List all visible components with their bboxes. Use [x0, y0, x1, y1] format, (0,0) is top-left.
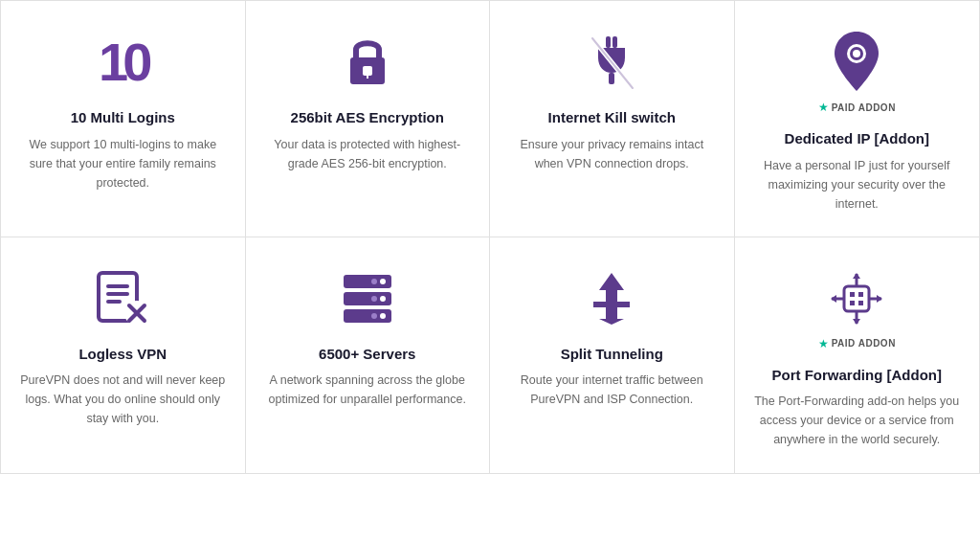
svg-rect-14 — [106, 300, 122, 304]
svg-rect-2 — [367, 74, 368, 79]
card-title-logless: Logless VPN — [78, 345, 167, 364]
svg-point-24 — [371, 279, 377, 284]
card-desc-servers: A network spanning across the globe opti… — [265, 371, 471, 409]
card-desc-logless: PureVPN does not and will never keep log… — [20, 371, 226, 428]
svg-point-21 — [380, 279, 386, 284]
svg-point-22 — [380, 296, 386, 302]
svg-rect-12 — [106, 284, 129, 288]
svg-rect-28 — [844, 286, 869, 311]
card-title-killswitch: Internet Kill switch — [548, 108, 676, 127]
card-desc-multi-logins: We support 10 multi-logins to make sure … — [20, 135, 226, 192]
svg-marker-36 — [877, 295, 882, 303]
svg-point-23 — [380, 313, 386, 319]
features-grid: 10 10 Multi Logins We support 10 multi-l… — [0, 0, 980, 474]
card-servers: 6500+ Servers A network spanning across … — [246, 237, 491, 474]
card-split-tunneling: Split Tunneling Route your internet traf… — [490, 237, 735, 474]
svg-rect-30 — [858, 292, 863, 297]
card-title-multi-logins: 10 Multi Logins — [71, 108, 175, 127]
card-kill-switch: Internet Kill switch Ensure your privacy… — [490, 1, 735, 237]
svg-rect-4 — [612, 36, 617, 48]
svg-rect-13 — [106, 292, 129, 296]
card-title-port: Port Forwarding [Addon] — [772, 366, 942, 385]
logless-icon — [88, 264, 157, 333]
svg-rect-5 — [609, 73, 614, 84]
card-desc-aes: Your data is protected with highest-grad… — [265, 135, 471, 173]
svg-rect-3 — [606, 36, 611, 48]
card-desc-split: Route your internet traffic between Pure… — [509, 371, 715, 409]
svg-marker-27 — [593, 273, 630, 325]
split-icon — [577, 264, 646, 333]
svg-point-25 — [371, 296, 377, 302]
location-icon: ★ PAID ADDON — [822, 28, 891, 97]
svg-marker-40 — [853, 319, 860, 325]
killswitch-icon — [577, 28, 646, 97]
svg-point-26 — [371, 313, 377, 319]
svg-marker-34 — [831, 295, 836, 303]
card-dedicated-ip: ★ PAID ADDON Dedicated IP [Addon] Have a… — [735, 1, 980, 237]
card-desc-dedicated-ip: Have a personal IP just for yourself max… — [754, 156, 961, 214]
card-aes-encryption: 256bit AES Encryption Your data is prote… — [246, 1, 491, 237]
card-title-servers: 6500+ Servers — [319, 345, 415, 364]
svg-rect-29 — [850, 292, 855, 297]
port-icon: ★ PAID ADDON — [822, 264, 891, 333]
svg-rect-32 — [858, 301, 863, 305]
card-title-aes: 256bit AES Encryption — [291, 108, 444, 127]
svg-point-10 — [853, 50, 860, 57]
ten-icon: 10 — [88, 28, 157, 97]
card-title-dedicated-ip: Dedicated IP [Addon] — [785, 129, 929, 148]
svg-marker-38 — [853, 273, 860, 279]
card-title-split: Split Tunneling — [561, 345, 663, 364]
servers-icon — [333, 264, 402, 333]
card-logless-vpn: Logless VPN PureVPN does not and will ne… — [1, 237, 246, 474]
card-desc-killswitch: Ensure your privacy remains intact when … — [509, 135, 715, 173]
card-port-forwarding: ★ PAID ADDON Port Forwarding [Addon] The… — [735, 237, 980, 474]
card-desc-port: The Port-Forwarding add-on helps you acc… — [754, 392, 961, 449]
card-multi-logins: 10 10 Multi Logins We support 10 multi-l… — [1, 1, 246, 237]
svg-rect-31 — [850, 301, 855, 305]
lock-icon — [333, 28, 402, 97]
